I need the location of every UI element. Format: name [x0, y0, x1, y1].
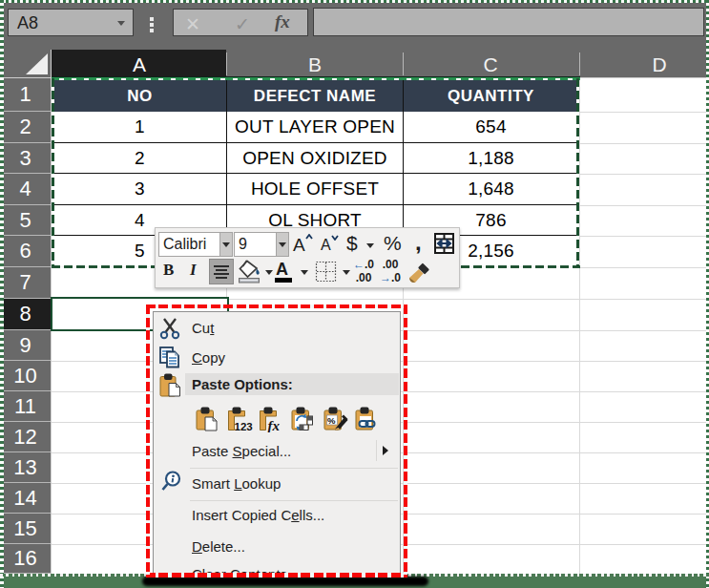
svg-text:%: % — [327, 415, 336, 426]
svg-text:123: 123 — [235, 421, 253, 432]
svg-text:fx: fx — [268, 418, 281, 432]
